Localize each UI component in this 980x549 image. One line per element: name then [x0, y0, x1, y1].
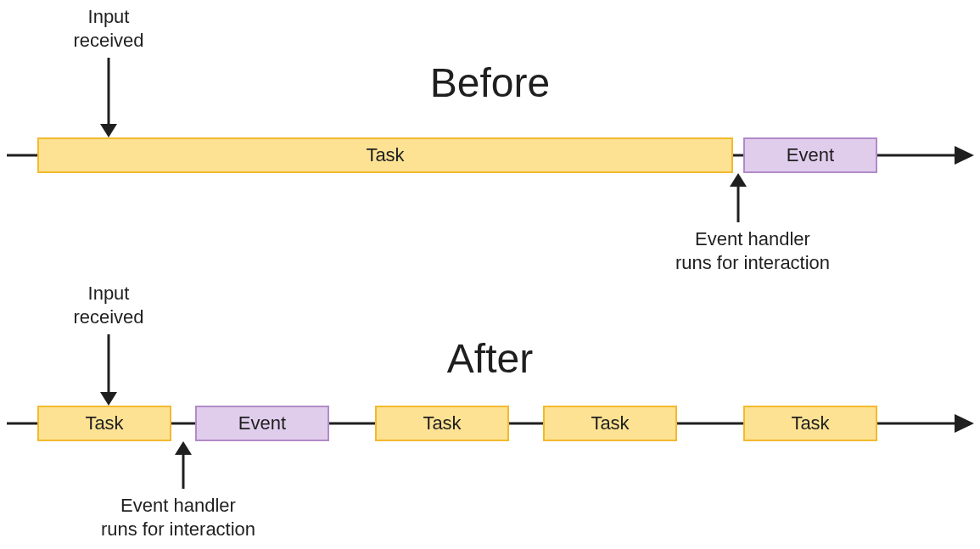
before-input-annotation: Inputreceived — [58, 5, 160, 52]
before-event-block: Event — [743, 137, 877, 173]
after-title: After — [447, 335, 533, 382]
before-task-block: Task — [37, 137, 733, 173]
after-task2-block: Task — [375, 406, 509, 441]
diagram-canvas: Before Inputreceived Event handlerruns f… — [0, 0, 980, 549]
svg-marker-16 — [100, 392, 117, 406]
after-task4-block: Task — [743, 406, 877, 441]
after-handler-annotation: Event handlerruns for interaction — [89, 494, 267, 541]
before-handler-annotation: Event handlerruns for interaction — [664, 227, 842, 274]
svg-marker-3 — [955, 146, 974, 165]
before-title: Before — [430, 59, 550, 106]
svg-marker-7 — [730, 173, 747, 187]
after-event-block: Event — [195, 406, 329, 441]
svg-marker-18 — [175, 441, 192, 455]
after-task3-block: Task — [543, 406, 677, 441]
svg-marker-5 — [100, 124, 117, 137]
after-input-annotation: Inputreceived — [58, 282, 160, 328]
after-task1-block: Task — [37, 406, 171, 441]
svg-marker-14 — [955, 414, 974, 433]
